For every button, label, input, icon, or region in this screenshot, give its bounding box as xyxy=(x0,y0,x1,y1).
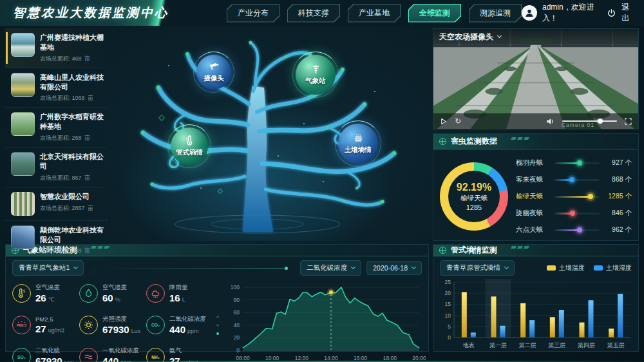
svg-text:20: 20 xyxy=(445,290,451,296)
thermometer-icon xyxy=(12,284,31,303)
nav-button-label: 产业基地 xyxy=(348,5,400,22)
header-decoration xyxy=(91,246,109,249)
svg-text:CO₂: CO₂ xyxy=(151,323,160,328)
metric-thermometer: 空气温度26℃ xyxy=(12,283,79,304)
soil-layers-icon xyxy=(353,133,364,145)
metric-value: 26 xyxy=(35,292,46,303)
pest-name: 六点天蛾 xyxy=(516,225,549,234)
co2-area-chart: 02040608010008:0010:0012:0014:0016:0018:… xyxy=(222,280,426,362)
legend-soil-temperature[interactable]: 土壤温度 xyxy=(547,263,585,272)
cctv-camera-icon xyxy=(209,61,220,72)
pest-slider[interactable] xyxy=(554,196,600,198)
rain-icon xyxy=(146,284,165,303)
chevron-down-icon xyxy=(73,265,78,269)
pest-slider[interactable] xyxy=(554,213,600,214)
metrics-carousel-dots xyxy=(213,280,222,362)
soil-station-select[interactable]: 青青草原管式墒情 xyxy=(440,260,515,276)
chevron-down-icon xyxy=(351,265,355,269)
donut-label: 榆绿天蛾 xyxy=(460,194,488,203)
tree-node-soil-layers[interactable]: 土壤墒情 xyxy=(338,124,378,164)
soil-layers-icon xyxy=(353,133,364,144)
soil-bar-chart: 0510152025地表第一层第二层第三层第四层第五层 xyxy=(433,277,638,356)
nav-button-4[interactable]: 全维监测 xyxy=(408,4,461,23)
farm-list-item[interactable]: 广州数字水稻育研发种基地农场总面积:268 亩 xyxy=(5,108,107,148)
logout-button[interactable]: 退出 xyxy=(621,2,634,24)
farm-list-item[interactable]: 高峰山里人农业科技有限公司农场总面积:1068 亩 xyxy=(5,68,107,108)
pest-count: 868 个 xyxy=(605,175,632,184)
metric-value: 27 xyxy=(35,323,46,334)
farm-sidebar: 广州赛通技种植大棚基地农场总面积:468 亩高峰山里人农业科技有限公司农场总面积… xyxy=(5,28,107,241)
station-select[interactable]: 青青草原气象站1 xyxy=(12,260,84,276)
nav-button-5[interactable]: 溯源追溯 xyxy=(469,4,522,23)
metric-unit: % xyxy=(115,296,120,303)
farm-area: 农场总面积:268 亩 xyxy=(40,134,106,142)
carousel-dot[interactable] xyxy=(216,316,219,318)
nav-button-1[interactable]: 产业分布 xyxy=(227,4,279,23)
nav-button-2[interactable]: 科技支撑 xyxy=(287,4,340,23)
chevron-down-icon[interactable] xyxy=(497,33,502,38)
farm-list-item[interactable]: 颠倒乾坤农业科技有限公司农场总面积:248 亩 xyxy=(5,221,107,261)
pest-name: 旋幽夜蛾 xyxy=(516,209,549,218)
nav-button-3[interactable]: 产业基地 xyxy=(348,4,401,23)
pest-slider[interactable] xyxy=(554,229,600,231)
target-icon xyxy=(439,137,447,146)
tree-node-label: 摄像头 xyxy=(204,74,224,83)
power-icon[interactable] xyxy=(607,8,616,18)
pest-count: 927 个 xyxy=(605,158,632,167)
farm-name: 广州赛通技种植大棚基地 xyxy=(40,33,106,52)
tree-node-tube-thermometer[interactable]: 管式墒情 xyxy=(171,128,208,165)
pest-slider[interactable] xyxy=(554,162,600,164)
slider-handle[interactable] xyxy=(577,160,582,166)
main-nav: 产业分布科技支撑产业基地全维监测溯源追溯 xyxy=(227,4,522,23)
slider-handle[interactable] xyxy=(588,194,593,199)
pest-row: 榆绿天蛾1285 个 xyxy=(516,189,632,204)
carousel-dot-active[interactable] xyxy=(216,332,219,335)
metric-label: 空气湿度 xyxy=(102,283,127,292)
slider-handle[interactable] xyxy=(577,227,582,233)
video-title[interactable]: 天空农场摄像头 xyxy=(439,32,493,43)
date-select[interactable]: 2020-06-18 xyxy=(366,261,422,275)
donut-percent: 92.19% xyxy=(457,182,491,193)
soil-panel-header: 管式墒情监测 xyxy=(433,245,638,256)
slider-handle[interactable] xyxy=(570,211,575,216)
slider-handle[interactable] xyxy=(569,177,574,182)
tree-node-label: 管式墒情 xyxy=(176,148,203,157)
metric-pm25: PM2.5PM2.527ug/m3 xyxy=(12,315,79,336)
camera-icon xyxy=(209,61,220,73)
reload-icon[interactable]: ↻ xyxy=(455,117,461,125)
farm-list-item[interactable]: 北京天河科技有限公司农场总面积:867 亩 xyxy=(5,148,107,187)
metric-value: 67930 xyxy=(102,324,129,335)
tree-node-label: 气象站 xyxy=(305,77,326,86)
tube-thermometer-icon xyxy=(184,135,195,148)
avatar[interactable] xyxy=(522,5,537,21)
svg-text:第五层: 第五层 xyxy=(607,342,625,348)
pest-slider-list: 槐羽舟蛾927 个客来夜蛾868 个榆绿天蛾1285 个旋幽夜蛾846 个六点天… xyxy=(516,155,632,238)
tree-node-camera[interactable]: 摄像头 xyxy=(196,55,231,90)
metric-unit: ppm xyxy=(120,359,132,362)
farm-name: 智慧农业限公司 xyxy=(40,192,95,202)
decorative-line xyxy=(97,268,287,269)
nav-button-label: 全维监测 xyxy=(409,5,460,22)
svg-text:100: 100 xyxy=(231,284,240,291)
svg-text:60: 60 xyxy=(234,309,240,316)
pest-row: 六点天蛾962 个 xyxy=(516,222,632,238)
play-button[interactable] xyxy=(440,118,447,125)
volume-icon[interactable] xyxy=(546,118,554,125)
pest-count: 1285 个 xyxy=(605,192,632,201)
farm-list-item[interactable]: 广州赛通技种植大棚基地农场总面积:468 亩 xyxy=(5,28,107,68)
farm-list-item[interactable]: 智慧农业限公司农场总面积:2867 亩 xyxy=(5,187,107,221)
sun-icon xyxy=(79,316,98,334)
legend-soil-moisture[interactable]: 土壤湿度 xyxy=(594,263,632,272)
metric-select[interactable]: 二氧化碳浓度 xyxy=(300,260,361,276)
fullscreen-icon[interactable] xyxy=(625,118,632,125)
metric-sun: 光照强度67930Lux xyxy=(79,315,146,336)
farm-area: 农场总面积:867 亩 xyxy=(40,174,106,182)
soil-panel: 管式墒情监测 青青草原管式墒情 土壤温度 土壤湿度 0510152025地表第一… xyxy=(433,244,639,352)
pest-slider[interactable] xyxy=(554,179,600,181)
nh3-icon: NH₃ xyxy=(146,348,165,362)
tree-node-weather-station[interactable]: 气象站 xyxy=(296,55,336,95)
donut-value: 1285 xyxy=(466,204,482,211)
metric-droplet: 空气湿度60% xyxy=(79,283,146,304)
droplet-icon xyxy=(79,284,98,303)
carousel-dot[interactable] xyxy=(216,324,219,327)
